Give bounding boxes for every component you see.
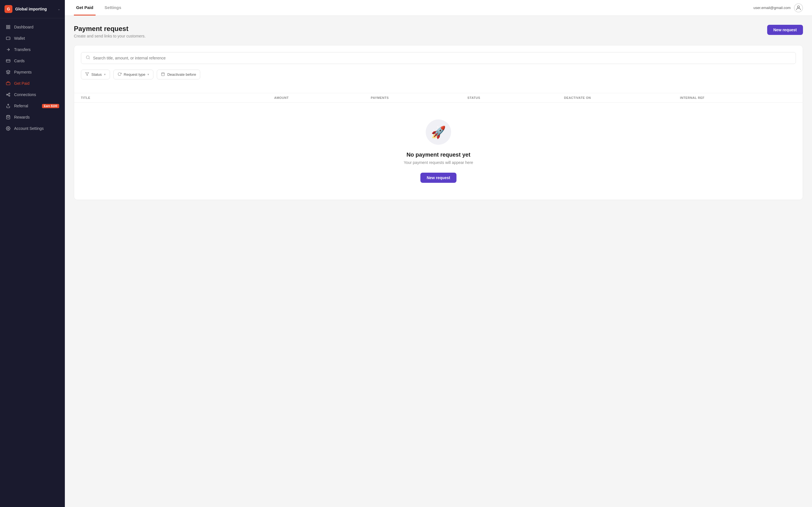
sidebar-item-label: Transfers — [14, 47, 31, 52]
topbar-tabs: Get Paid Settings — [74, 0, 753, 15]
sidebar-item-rewards[interactable]: Rewards — [2, 112, 63, 122]
card-inner: Status ▾ Request type ▾ De — [74, 45, 803, 93]
svg-rect-5 — [6, 59, 10, 62]
col-deactivate-on: DEACTIVATE ON — [564, 96, 680, 100]
tab-get-paid[interactable]: Get Paid — [74, 0, 96, 15]
sidebar: G Global importing ⌄ Dashboard Wallet Tr… — [0, 0, 65, 507]
sidebar-item-label: Get Paid — [14, 81, 29, 86]
topbar: Get Paid Settings user.email@gmail.com — [65, 0, 812, 16]
rocket-icon: 🚀 — [431, 125, 446, 139]
chevron-down-icon: ⌄ — [57, 7, 60, 11]
payments-icon — [6, 69, 11, 75]
sidebar-item-wallet[interactable]: Wallet — [2, 33, 63, 44]
filter-icon — [85, 72, 89, 77]
calendar-icon — [161, 72, 165, 77]
svg-marker-17 — [86, 73, 89, 76]
company-logo: G — [4, 5, 12, 13]
status-filter-label: Status — [91, 72, 102, 76]
filters-row: Status ▾ Request type ▾ De — [81, 69, 796, 79]
svg-point-14 — [8, 128, 9, 129]
sidebar-item-label: Dashboard — [14, 25, 34, 29]
svg-point-15 — [797, 6, 799, 8]
svg-rect-2 — [8, 27, 10, 29]
col-status: STATUS — [467, 96, 564, 100]
sidebar-item-label: Rewards — [14, 115, 30, 119]
get-paid-icon — [6, 81, 11, 86]
chevron-down-icon: ▾ — [147, 73, 149, 76]
sidebar-item-payments[interactable]: Payments — [2, 67, 63, 77]
sidebar-item-get-paid[interactable]: Get Paid — [2, 78, 63, 89]
page-header: Payment request Create and send links to… — [74, 25, 803, 38]
empty-title: No payment request yet — [407, 152, 470, 158]
dashboard-icon — [6, 24, 11, 30]
svg-rect-3 — [6, 27, 8, 29]
main-area: Get Paid Settings user.email@gmail.com P… — [65, 0, 812, 507]
connections-icon — [6, 92, 11, 97]
rewards-icon — [6, 115, 11, 120]
sidebar-item-referral[interactable]: Referral Earn $100 — [2, 101, 63, 111]
topbar-right: user.email@gmail.com — [753, 3, 803, 12]
sidebar-item-label: Wallet — [14, 36, 25, 41]
sidebar-item-account-settings[interactable]: Account Settings — [2, 123, 63, 134]
sidebar-item-label: Referral — [14, 104, 28, 108]
table-header: TITLE AMOUNT PAYMENTS STATUS DEACTIVATE … — [74, 93, 803, 103]
sidebar-item-cards[interactable]: Cards — [2, 55, 63, 66]
svg-point-16 — [86, 56, 89, 59]
new-request-button-empty[interactable]: New request — [420, 173, 456, 183]
new-request-button-top[interactable]: New request — [767, 25, 803, 35]
sidebar-item-label: Account Settings — [14, 126, 44, 131]
sidebar-item-label: Connections — [14, 93, 36, 97]
page-subtitle: Create and send links to your customers. — [74, 34, 146, 38]
sidebar-item-connections[interactable]: Connections — [2, 89, 63, 100]
refresh-icon — [117, 72, 121, 77]
request-type-filter[interactable]: Request type ▾ — [113, 69, 154, 79]
user-avatar[interactable] — [794, 3, 803, 12]
main-card: Status ▾ Request type ▾ De — [74, 45, 803, 200]
sidebar-item-transfers[interactable]: Transfers — [2, 44, 63, 55]
search-bar — [81, 52, 796, 64]
settings-icon — [6, 126, 11, 131]
cards-icon — [6, 58, 11, 63]
col-amount: AMOUNT — [274, 96, 371, 100]
referral-icon — [6, 103, 11, 108]
svg-rect-4 — [6, 37, 10, 40]
svg-point-7 — [6, 94, 8, 95]
status-filter[interactable]: Status ▾ — [81, 69, 110, 79]
company-name: Global importing — [15, 7, 55, 11]
sidebar-nav: Dashboard Wallet Transfers Cards Payment… — [0, 18, 65, 507]
empty-subtitle: Your payment requests will appear here — [404, 160, 473, 165]
page-title: Payment request — [74, 25, 146, 33]
tab-settings[interactable]: Settings — [102, 0, 123, 15]
search-icon — [86, 55, 90, 61]
svg-rect-18 — [161, 73, 165, 76]
search-input[interactable] — [93, 56, 791, 60]
svg-point-8 — [9, 93, 10, 94]
svg-point-9 — [9, 95, 10, 96]
rocket-container: 🚀 — [426, 119, 451, 145]
transfers-icon — [6, 47, 11, 52]
sidebar-company-header[interactable]: G Global importing ⌄ — [0, 0, 65, 18]
page-title-group: Payment request Create and send links to… — [74, 25, 146, 38]
svg-rect-1 — [8, 25, 10, 27]
chevron-down-icon: ▾ — [104, 73, 106, 76]
col-internal-ref: INTERNAL REF — [680, 96, 796, 100]
svg-rect-0 — [6, 25, 8, 27]
deactivate-before-filter[interactable]: Deactivate before — [157, 69, 200, 79]
content-area: Payment request Create and send links to… — [65, 16, 812, 507]
sidebar-item-label: Payments — [14, 70, 32, 74]
user-email: user.email@gmail.com — [753, 6, 791, 10]
request-type-filter-label: Request type — [124, 72, 146, 76]
empty-state: 🚀 No payment request yet Your payment re… — [74, 103, 803, 200]
sidebar-item-label: Cards — [14, 59, 24, 63]
svg-line-11 — [8, 95, 9, 96]
deactivate-before-label: Deactivate before — [167, 72, 196, 76]
wallet-icon — [6, 36, 11, 41]
col-title: TITLE — [81, 96, 274, 100]
col-payments: PAYMENTS — [371, 96, 467, 100]
referral-badge: Earn $100 — [42, 104, 59, 108]
svg-line-10 — [8, 94, 9, 95]
sidebar-item-dashboard[interactable]: Dashboard — [2, 22, 63, 33]
